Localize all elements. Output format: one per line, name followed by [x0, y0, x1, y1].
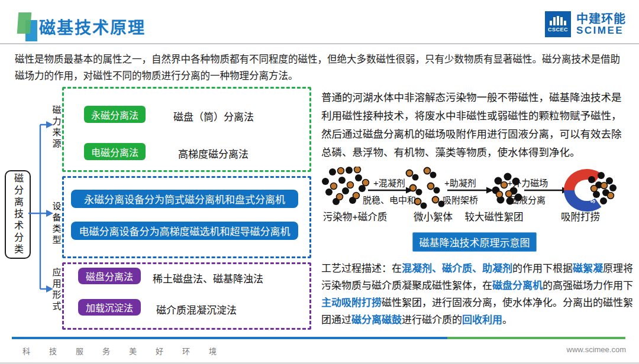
- node-electromagnetic-equipment: 电磁分离设备分为高梯度磁选机和超导磁分离机: [71, 222, 298, 240]
- plain-text: 的高强磁场力作用下: [543, 280, 633, 291]
- intro-paragraph: 磁性是物质最基本的属性之一，自然界中各种物质都有不同程度的磁性，但绝大多数磁性很…: [15, 51, 629, 84]
- arrow1-reagent-label: +混凝剂: [363, 176, 415, 188]
- arrow2-reagent-label: +助凝剂: [434, 176, 486, 188]
- highlighted-term: 磁絮凝: [573, 263, 603, 274]
- desc-high-gradient-separation: 高梯度磁分离法: [178, 146, 248, 161]
- arrow2-action-label: 吸附架桥: [434, 193, 486, 206]
- cscec-emblem-text: CSCEC: [548, 27, 568, 32]
- node-electromagnetic-method: 电磁分离法: [84, 143, 146, 160]
- node-loading-sedimentation-method: 加载沉淀法: [78, 299, 141, 316]
- plain-text: 进行磁介质的: [402, 314, 462, 326]
- technology-description: 普通的河湖水体中非溶解态污染物一般不带磁性，磁基降浊技术是利用磁性接种技术，将废…: [321, 89, 631, 162]
- arrow3-field-label: +外力磁场: [499, 176, 556, 188]
- plain-text: 。: [502, 314, 512, 326]
- page-title: 磁基技术原理: [39, 15, 146, 38]
- stage-label-micro-floc: 微小絮体: [405, 209, 462, 223]
- slide-magnetic-technology: { "header": { "title": "磁基技术原理", "logo":…: [0, 0, 639, 364]
- highlighted-term: 主动吸附打捞: [321, 297, 382, 308]
- cscec-emblem-icon: CSCEC: [545, 11, 571, 37]
- header-divider: [0, 43, 639, 44]
- footer-slogan: 科技服务美好环境: [22, 345, 235, 356]
- logo-name-cn: 中建环能: [576, 13, 626, 25]
- desc-media-coagulation-sedimentation: 磁介质混凝沉淀法: [156, 302, 237, 317]
- group-label-application: 应用形式: [51, 265, 62, 315]
- process-diagram-caption: 磁基降浊技术原理示意图: [412, 232, 537, 252]
- highlighted-term: 回收利用: [462, 314, 502, 326]
- node-disc-separation-method: 磁盘分离法: [78, 268, 141, 284]
- group-label-equipment: 设备类型: [51, 199, 62, 249]
- highlighted-term: 混凝剂、磁介质、助凝剂: [402, 263, 512, 274]
- footer-accent-line: [12, 337, 625, 339]
- desc-disc-drum-separation: 磁盘（筒）分离法: [173, 109, 254, 124]
- stage-label-pollutant-media: 污染物+磁介质: [320, 209, 390, 223]
- footer-website-url: www.scimee.com: [567, 345, 626, 354]
- logo-name-en: SCIMEE: [576, 25, 626, 36]
- node-permanent-magnet-method: 永磁分离法: [84, 106, 146, 123]
- logo-text: 中建环能 SCIMEE: [576, 13, 626, 36]
- highlighted-term: 磁盘分离机: [492, 280, 543, 291]
- arrow1-action-label: 脱稳、电中和: [353, 193, 426, 206]
- title-accent-green-icon: [17, 12, 32, 34]
- stage-label-large-floc: 较大磁性絮团: [462, 209, 527, 223]
- highlighted-term: 磁分离磁鼓: [351, 314, 402, 326]
- company-logo: CSCEC 中建环能 SCIMEE: [545, 11, 626, 37]
- plain-text: 工艺过程描述：在: [321, 263, 402, 274]
- dashed-box-equipment-type: [62, 176, 311, 258]
- arrow3-action-label: 固液分离: [502, 193, 554, 206]
- desc-rare-earth-disc: 稀土磁盘法、磁基降浊法: [153, 271, 263, 285]
- process-description: 工艺过程描述：在混凝剂、磁介质、助凝剂的作用下根据磁絮凝原理将污染物质与磁介质凝…: [321, 260, 635, 329]
- cscec-emblem-bars: [550, 16, 566, 25]
- group-label-source: 磁力来源: [51, 103, 62, 152]
- stage-label-adsorption: 吸附打捞: [555, 209, 606, 223]
- node-permanent-equipment: 永磁分离设备分为筒式磁分离机和盘式分离机: [71, 190, 298, 208]
- plain-text: 的作用下根据: [512, 263, 573, 274]
